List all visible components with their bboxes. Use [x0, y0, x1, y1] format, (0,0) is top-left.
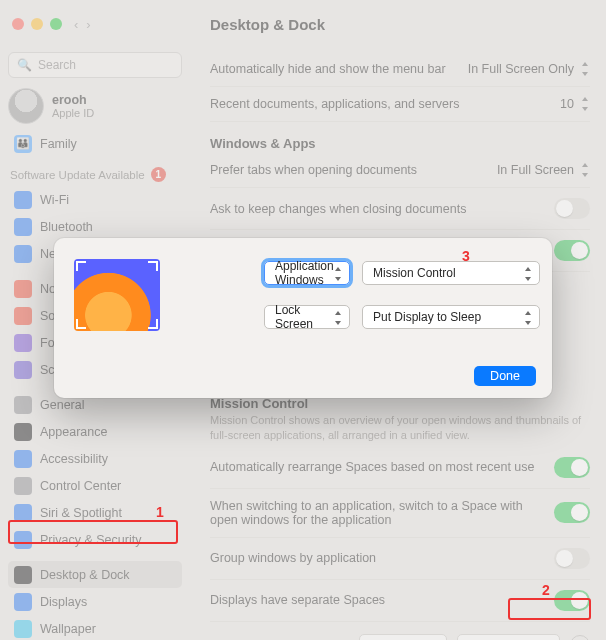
corner-marker-icon: [144, 261, 158, 275]
corner-marker-icon: [144, 315, 158, 329]
corner-marker-icon: [76, 315, 90, 329]
chevron-up-down-icon: [523, 311, 533, 325]
hot-corners-modal: Application Windows Mission Control Lock…: [54, 238, 552, 398]
hot-corner-top-left-select[interactable]: Application Windows: [264, 261, 350, 285]
chevron-up-down-icon: [523, 267, 533, 281]
done-button[interactable]: Done: [474, 366, 536, 386]
corner-marker-icon: [76, 261, 90, 275]
chevron-up-down-icon: [333, 267, 343, 281]
chevron-up-down-icon: [333, 311, 343, 325]
hot-corner-bottom-right-select[interactable]: Put Display to Sleep: [362, 305, 540, 329]
hot-corner-top-right-select[interactable]: Mission Control: [362, 261, 540, 285]
hot-corners-preview: [74, 259, 160, 331]
hot-corner-bottom-left-select[interactable]: Lock Screen: [264, 305, 350, 329]
